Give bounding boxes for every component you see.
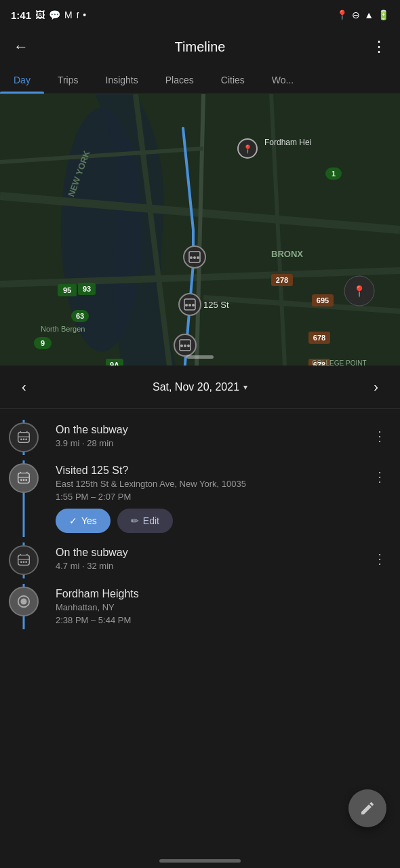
svg-point-86 xyxy=(20,598,26,604)
timeline-subtitle: Manhattan, NY xyxy=(56,601,389,614)
minus-circle-icon: ⊖ xyxy=(352,9,360,20)
list-item: Fordham Heights Manhattan, NY 2:38 PM – … xyxy=(0,584,400,629)
map-view[interactable]: NEW YORK 95 93 63 9 9A 278 695 678 678 1… xyxy=(0,94,400,366)
status-bar: 1:41 🖼 💬 M f • 📍 ⊖ ▲ 🔋 xyxy=(0,0,400,30)
svg-point-67 xyxy=(23,438,25,440)
gmail-icon: M xyxy=(64,9,73,20)
pencil-icon xyxy=(359,800,376,816)
prev-date-button[interactable]: ‹ xyxy=(16,376,32,397)
item-more-button-1[interactable]: ⋮ xyxy=(370,422,389,450)
timeline-time: 1:55 PM – 2:07 PM xyxy=(56,492,370,502)
edit-button[interactable]: ✏ Edit xyxy=(117,509,173,533)
timeline: On the subway 3.9 mi · 28 min ⋮ Visite xyxy=(0,409,400,646)
timeline-title: On the subway xyxy=(56,547,370,559)
timeline-time: 2:38 PM – 5:44 PM xyxy=(56,615,389,625)
timeline-content-3: On the subway 4.7 mi · 32 min xyxy=(47,542,370,578)
date-navigator: ‹ Sat, Nov 20, 2021 ▾ › xyxy=(0,366,400,409)
svg-point-75 xyxy=(25,479,27,481)
edit-label: Edit xyxy=(143,515,159,526)
tab-cities[interactable]: Cities xyxy=(207,66,258,94)
tab-world[interactable]: Wo... xyxy=(258,66,307,94)
svg-text:COLLEGE POINT: COLLEGE POINT xyxy=(312,359,367,366)
yes-label: Yes xyxy=(81,515,97,526)
list-item: Visited 125 St? East 125th St & Lexingto… xyxy=(0,460,400,537)
svg-point-53 xyxy=(197,256,199,259)
svg-point-40 xyxy=(185,304,188,307)
message-icon: 💬 xyxy=(49,9,60,20)
tab-insights[interactable]: Insights xyxy=(92,66,152,94)
dot-icon: • xyxy=(83,9,86,20)
scroll-indicator xyxy=(186,355,214,359)
svg-text:9: 9 xyxy=(41,339,45,347)
timeline-line-col xyxy=(0,460,47,537)
svg-point-41 xyxy=(188,304,191,307)
svg-text:📍: 📍 xyxy=(243,144,253,154)
yes-button[interactable]: ✓ Yes xyxy=(56,509,111,533)
svg-point-74 xyxy=(23,479,25,481)
tab-trips[interactable]: Trips xyxy=(44,66,92,94)
tab-bar: Day Trips Insights Places Cities Wo... xyxy=(0,66,400,94)
timeline-title: On the subway xyxy=(56,424,370,436)
svg-text:Fordham Hei: Fordham Hei xyxy=(264,138,311,147)
timeline-line-col xyxy=(0,420,47,455)
timeline-content-2: Visited 125 St? East 125th St & Lexingto… xyxy=(47,460,370,537)
svg-text:63: 63 xyxy=(76,312,84,320)
timeline-title: Visited 125 St? xyxy=(56,465,370,477)
facebook-icon: f xyxy=(77,10,79,20)
svg-point-46 xyxy=(180,344,183,347)
timeline-line-col xyxy=(0,584,47,629)
svg-text:1: 1 xyxy=(332,170,336,178)
svg-point-81 xyxy=(23,561,25,564)
tab-places[interactable]: Places xyxy=(152,66,207,94)
svg-point-52 xyxy=(193,256,196,259)
svg-point-51 xyxy=(190,256,193,259)
svg-text:95: 95 xyxy=(63,286,71,294)
svg-text:678: 678 xyxy=(313,334,325,342)
timeline-title: Fordham Heights xyxy=(56,588,389,600)
svg-rect-65 xyxy=(18,433,30,443)
svg-text:125 St: 125 St xyxy=(203,300,229,310)
svg-point-68 xyxy=(25,438,27,440)
timeline-subtitle: 4.7 mi · 32 min xyxy=(56,560,370,572)
subway-icon-2 xyxy=(9,545,39,575)
location-icon: 📍 xyxy=(336,9,348,20)
place-icon-2 xyxy=(9,587,39,616)
list-item: On the subway 4.7 mi · 32 min ⋮ xyxy=(0,542,400,578)
svg-point-82 xyxy=(25,561,27,564)
timeline-line-col xyxy=(0,542,47,578)
svg-point-73 xyxy=(20,479,22,481)
home-bar xyxy=(159,859,241,863)
photo-icon: 🖼 xyxy=(35,9,45,20)
svg-text:📍: 📍 xyxy=(353,285,366,298)
svg-text:278: 278 xyxy=(276,276,288,284)
date-label: Sat, Nov 20, 2021 xyxy=(153,381,239,393)
battery-icon: 🔋 xyxy=(378,9,389,20)
tab-day[interactable]: Day xyxy=(0,66,44,94)
date-picker-button[interactable]: Sat, Nov 20, 2021 ▾ xyxy=(153,381,247,393)
page-title: Timeline xyxy=(175,39,226,55)
svg-text:93: 93 xyxy=(83,285,91,293)
place-icon-1 xyxy=(9,463,39,493)
pencil-icon: ✏ xyxy=(131,515,139,526)
item-more-button-3[interactable]: ⋮ xyxy=(370,545,389,572)
next-date-button[interactable]: › xyxy=(368,376,384,397)
check-icon: ✓ xyxy=(69,515,77,526)
timeline-content-4: Fordham Heights Manhattan, NY 2:38 PM – … xyxy=(47,584,389,629)
timeline-subtitle: 3.9 mi · 28 min xyxy=(56,437,370,450)
subway-icon-1 xyxy=(9,422,39,452)
svg-text:9A: 9A xyxy=(110,361,119,366)
item-more-button-2[interactable]: ⋮ xyxy=(370,463,389,490)
wifi-icon: ▲ xyxy=(364,9,374,20)
svg-text:North Bergen: North Bergen xyxy=(41,325,85,333)
svg-point-47 xyxy=(184,344,186,347)
timeline-content-1: On the subway 3.9 mi · 28 min xyxy=(47,420,370,455)
header: ← Timeline ⋮ xyxy=(0,30,400,66)
svg-rect-72 xyxy=(18,473,30,484)
svg-point-66 xyxy=(20,438,22,440)
svg-point-42 xyxy=(192,304,195,307)
more-options-button[interactable]: ⋮ xyxy=(369,35,389,58)
svg-point-48 xyxy=(187,344,190,347)
timeline-subtitle: East 125th St & Lexington Ave, New York,… xyxy=(56,478,370,490)
back-button[interactable]: ← xyxy=(11,35,31,58)
fab-edit-button[interactable] xyxy=(348,789,386,827)
